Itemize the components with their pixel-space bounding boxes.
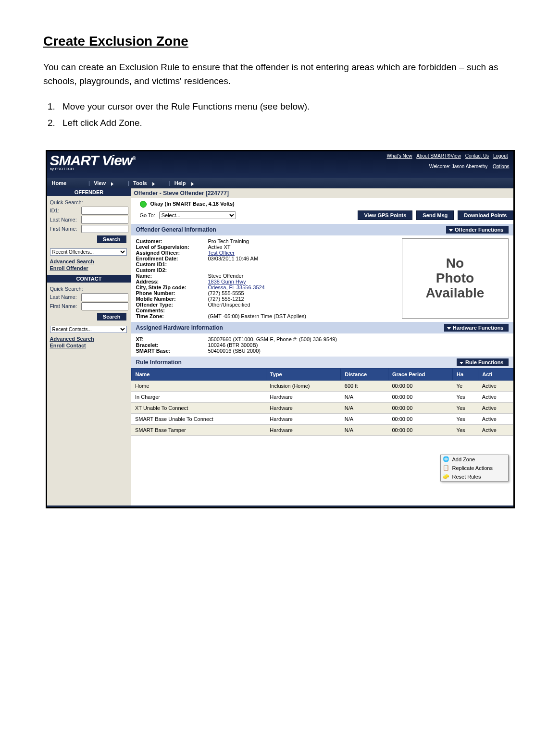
status-line: Okay (In SMART Base, 4.18 Volts) [131, 198, 513, 210]
contact-lastname-input[interactable] [81, 293, 128, 301]
info-value: Other/Unspecified [208, 302, 314, 308]
info-label: Level of Supervision: [136, 244, 208, 250]
logout-link[interactable]: Logout [493, 153, 508, 159]
info-label: Customer: [136, 238, 208, 244]
menu-help[interactable]: Help [174, 180, 194, 186]
rule-functions-menu: 🌐Add Zone 📋Replicate Actions 🧽Reset Rule… [440, 455, 509, 481]
rules-table: Name Type Distance Grace Period Ha Acti … [131, 368, 513, 436]
info-label: Assigned Officer: [136, 250, 208, 256]
breadcrumb: Offender - Steve Offender [224777] [131, 188, 513, 198]
info-label: Custom ID1: [136, 261, 208, 267]
menu-add-zone[interactable]: 🌐Add Zone [441, 455, 508, 464]
section-rules: Rule Information Rule Functions [131, 357, 513, 368]
advanced-search-contact-link[interactable]: Advanced Search [50, 336, 128, 342]
table-row[interactable]: In ChargerHardwareN/A00:00:00YesActive [131, 391, 513, 402]
welcome-text: Welcome: Jason Abernethy Options [429, 164, 510, 169]
eraser-icon: 🧽 [443, 473, 449, 480]
top-links: What's New About SMART®View Contact Us L… [385, 153, 509, 159]
menu-replicate-actions[interactable]: 📋Replicate Actions [441, 464, 508, 472]
info-value: Odessa, FL 33556-3524 [208, 284, 314, 290]
info-label: Enrollment Date: [136, 256, 208, 261]
intro-text: You can create an Exclusion Rule to ensu… [43, 61, 517, 88]
menu-bar: Home| View| Tools| Help [47, 178, 513, 188]
id1-input[interactable] [81, 207, 128, 215]
col-hard: Ha [453, 368, 478, 380]
replicate-icon: 📋 [443, 465, 449, 471]
hw-row: SMART Base:50400016 (SBU 2000) [136, 348, 509, 354]
recent-contacts-select[interactable]: Recent Contacts... [50, 326, 127, 333]
info-value: Active XT [208, 244, 314, 250]
info-value: Steve Offender [208, 273, 314, 279]
step-2: Left click Add Zone. [58, 116, 517, 130]
menu-home[interactable]: Home [52, 180, 75, 186]
sidebar: OFFENDER Quick Search: ID1: Last Name: F… [47, 188, 131, 506]
info-value: Test Officer [208, 250, 314, 256]
goto-label: Go To: [140, 212, 155, 218]
info-label: Mobile Number: [136, 296, 208, 302]
offender-functions-button[interactable]: Offender Functions [446, 226, 508, 234]
sidebar-contact-header: CONTACT [47, 275, 131, 283]
col-grace: Grace Period [388, 368, 452, 380]
section-general: Offender General Information Offender Fu… [131, 224, 513, 235]
info-label: Name: [136, 273, 208, 279]
info-label: Time Zone: [136, 313, 208, 319]
recent-offenders-select[interactable]: Recent Offenders... [50, 248, 127, 256]
firstname-input[interactable] [81, 225, 128, 233]
info-value [208, 308, 314, 313]
contact-link[interactable]: Contact Us [465, 153, 489, 159]
enroll-contact-link[interactable]: Enroll Contact [50, 343, 128, 348]
about-link[interactable]: About SMART®View [416, 153, 461, 159]
menu-reset-rules[interactable]: 🧽Reset Rules [441, 472, 508, 481]
rule-functions-button[interactable]: Rule Functions [457, 358, 508, 366]
table-row[interactable]: HomeInclusion (Home)600 ft00:00:00YeActi… [131, 380, 513, 391]
page-heading: Create Exclusion Zone [43, 34, 517, 49]
info-label: Phone Number: [136, 290, 208, 296]
info-value: (GMT -05:00) Eastern Time (DST Applies) [208, 313, 314, 319]
table-row[interactable]: XT Unable To ConnectHardwareN/A00:00:00Y… [131, 402, 513, 413]
info-value: 03/03/2011 10:46 AM [208, 256, 314, 261]
download-points-button[interactable]: Download Points [458, 210, 513, 220]
main-pane: Offender - Steve Offender [224777] Okay … [131, 188, 513, 506]
app-logo: SMART View® by PROTECH [50, 152, 136, 171]
col-type: Type [266, 368, 341, 380]
info-link[interactable]: 1838 Gunn Hwy [208, 279, 246, 284]
steps-list: Move your cursor over the Rule Functions… [58, 99, 517, 131]
info-label: Comments: [136, 308, 208, 313]
quick-search-label: Quick Search: [50, 199, 128, 205]
sidebar-offender-header: OFFENDER [47, 188, 131, 196]
info-label: Offender Type: [136, 302, 208, 308]
info-label: Custom ID2: [136, 267, 208, 273]
table-row[interactable]: SMART Base Unable To ConnectHardwareN/A0… [131, 413, 513, 424]
info-label: Address: [136, 279, 208, 284]
col-distance: Distance [341, 368, 388, 380]
contact-search-button[interactable]: Search [97, 313, 126, 321]
whats-new-link[interactable]: What's New [386, 153, 412, 159]
menu-view[interactable]: View [94, 180, 113, 186]
info-value: (727) 555-5555 [208, 290, 314, 296]
send-msg-button[interactable]: Send Msg [416, 210, 454, 220]
enroll-offender-link[interactable]: Enroll Offender [50, 265, 128, 271]
hardware-functions-button[interactable]: Hardware Functions [444, 324, 509, 332]
lastname-input[interactable] [81, 216, 128, 224]
offender-search-button[interactable]: Search [97, 235, 126, 243]
section-hardware: Assigned Hardware Information Hardware F… [131, 322, 513, 333]
step-1: Move your cursor over the Rule Functions… [58, 99, 517, 114]
table-row[interactable]: SMART Base TamperHardwareN/A00:00:00YesA… [131, 424, 513, 435]
menu-tools[interactable]: Tools [133, 180, 155, 186]
advanced-search-link[interactable]: Advanced Search [50, 259, 128, 264]
photo-placeholder: No Photo Available [402, 238, 509, 319]
screenshot-frame: SMART View® by PROTECH What's New About … [46, 150, 515, 508]
options-link[interactable]: Options [493, 164, 509, 169]
view-gps-button[interactable]: View GPS Points [358, 210, 412, 220]
info-value [208, 267, 314, 273]
info-value: (727) 555-1212 [208, 296, 314, 302]
hw-row: Bracelet:100246 (BTR 3000B) [136, 342, 509, 348]
info-value: Pro Tech Training [208, 238, 314, 244]
globe-plus-icon: 🌐 [443, 456, 449, 463]
app-banner: SMART View® by PROTECH What's New About … [47, 151, 513, 178]
goto-select[interactable]: Select... [159, 211, 236, 219]
col-status: Acti [478, 368, 513, 380]
contact-firstname-input[interactable] [81, 302, 128, 310]
info-link[interactable]: Test Officer [208, 250, 235, 256]
info-link[interactable]: Odessa, FL 33556-3524 [208, 284, 265, 290]
